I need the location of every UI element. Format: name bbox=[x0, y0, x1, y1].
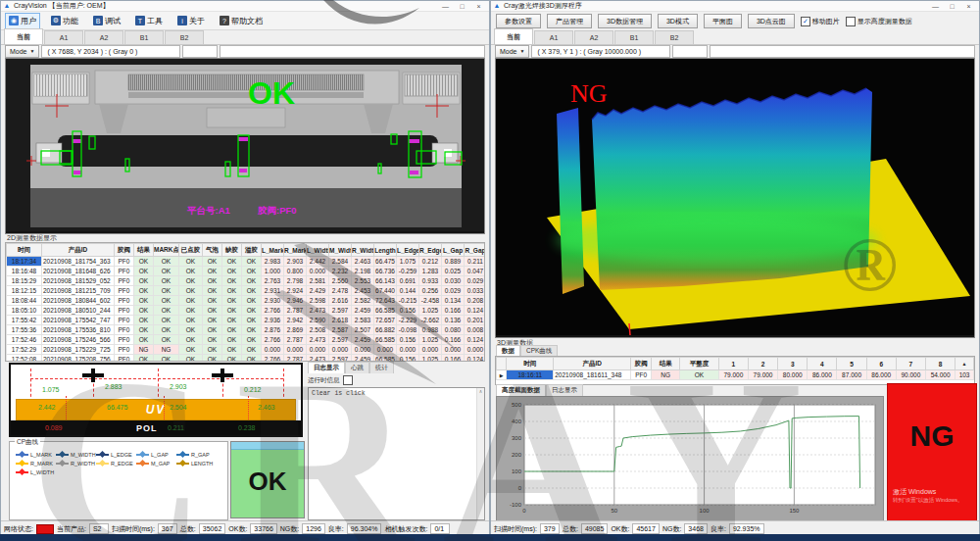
cell-value: 2.560 bbox=[329, 276, 352, 286]
cell-value: 0.124 bbox=[465, 335, 486, 345]
legend-marker bbox=[96, 454, 109, 456]
menu-item-关于[interactable]: i关于 bbox=[173, 13, 209, 29]
参数设置-button[interactable]: 参数设置 bbox=[496, 14, 541, 28]
cell-value: 1.283 bbox=[419, 267, 442, 276]
tab-stats[interactable]: 统计 bbox=[369, 362, 394, 373]
right-window-title: Cray激光焊接3D测厚程序 bbox=[504, 1, 582, 11]
cell-valve: PF0 bbox=[115, 306, 134, 316]
mode-dropdown[interactable]: Mode▼ bbox=[495, 45, 529, 58]
ok-result-overlay: OK bbox=[248, 75, 295, 111]
height-profile-chart[interactable]: -1000100200300400500050100150 bbox=[496, 396, 884, 523]
table-row[interactable]: 18:16:4820210908_181648_626PF0OKOKOKOKOK… bbox=[7, 267, 486, 276]
cell-value: 0.166 bbox=[442, 355, 465, 363]
cell-value: 80.000 bbox=[778, 370, 808, 380]
status-value: 33766 bbox=[250, 523, 276, 534]
log-scrollbar[interactable]: ∧ bbox=[476, 388, 484, 519]
平面图-button[interactable]: 平面图 bbox=[704, 14, 742, 28]
tab-当前[interactable]: 当前 bbox=[494, 28, 533, 44]
tab-B1[interactable]: B1 bbox=[124, 30, 164, 44]
tab-A1[interactable]: A1 bbox=[44, 30, 83, 44]
cell-value: 0.156 bbox=[397, 355, 419, 363]
result-box-header bbox=[231, 442, 304, 450]
table-row[interactable]: 18:05:1020210908_180510_244PF0OKOKOKOKOK… bbox=[7, 306, 486, 316]
table-row[interactable]: 17:52:0820210908_175208_756PF0OKOKOKOKOK… bbox=[7, 355, 486, 363]
table-row[interactable]: 17:52:4620210908_175246_566PF0OKOKOKOKOK… bbox=[7, 335, 486, 345]
cell-status: OK bbox=[179, 345, 203, 355]
table-row[interactable]: 18:15:2920210908_181529_052PF0OKOKOKOKOK… bbox=[7, 276, 486, 286]
menu-item-工具[interactable]: T工具 bbox=[131, 13, 167, 29]
tab-A1[interactable]: A1 bbox=[534, 30, 573, 44]
2d-measure-table[interactable]: 时间产品ID胶阀结果MARK点已点胶气泡缺胶溢胶L_MarkR_MarkL_Wi… bbox=[5, 242, 485, 362]
3d-measure-table[interactable]: 时间产品ID胶阀结果平整度12345678▲▶18:16:1120210908_… bbox=[495, 356, 975, 385]
menu-item-功能[interactable]: ⚙功能 bbox=[47, 13, 82, 29]
dim-r-mark: 0.212 bbox=[244, 386, 262, 393]
checkbox-显示高度测量数据[interactable]: 显示高度测量数据 bbox=[846, 17, 912, 26]
menu-item-调试[interactable]: B调试 bbox=[89, 13, 124, 29]
table-row[interactable]: 17:55:3620210908_175536_810PF0OKOKOKOKOK… bbox=[7, 325, 486, 335]
height-map-3d-view[interactable]: NG bbox=[495, 58, 975, 338]
tab-B2[interactable]: B2 bbox=[165, 30, 204, 44]
legend-marker bbox=[56, 454, 69, 456]
close-icon[interactable]: × bbox=[470, 3, 487, 10]
3D数据管理-button[interactable]: 3D数据管理 bbox=[598, 14, 652, 28]
table-row[interactable]: ▶18:16:1120210908_181611_348PF0NGOK79.00… bbox=[497, 370, 974, 380]
table-row[interactable]: 17:52:2920210908_175229_725PF0NGNGOKOKOK… bbox=[7, 345, 486, 355]
cell-value: 2.616 bbox=[329, 296, 352, 306]
platform-caption: 平台号:A1 bbox=[186, 205, 231, 216]
table-row[interactable]: 18:12:1520210908_181215_709PF0OKOKOKOKOK… bbox=[7, 286, 486, 296]
menu-item-label: 帮助文档 bbox=[231, 16, 263, 26]
cell-status: OK bbox=[203, 335, 222, 345]
svg-text:0: 0 bbox=[518, 485, 522, 491]
legend-label: R_EDGE bbox=[111, 461, 133, 467]
mode-dropdown[interactable]: Mode▼ bbox=[5, 45, 39, 58]
status-label: 扫描时间(ms): bbox=[112, 524, 155, 534]
cell-valve: PF0 bbox=[115, 345, 134, 355]
tab-A2[interactable]: A2 bbox=[574, 30, 613, 44]
cell-status: OK bbox=[242, 276, 262, 286]
cell-value: 2.869 bbox=[284, 325, 307, 335]
tab-log[interactable]: 日志显示 bbox=[308, 362, 345, 373]
mode-field bbox=[182, 45, 218, 58]
col-R_Mark: R_Mark bbox=[284, 244, 307, 257]
minimize-icon[interactable]: — bbox=[437, 3, 454, 10]
legend-label: M_WIDTH bbox=[71, 452, 96, 458]
col-胶阀: 胶阀 bbox=[115, 244, 134, 257]
table-row[interactable]: 18:17:3420210908_181754_363PF0OKOKOKOKOK… bbox=[7, 257, 486, 267]
maximize-icon[interactable]: □ bbox=[944, 3, 960, 10]
minimize-icon[interactable]: — bbox=[927, 3, 944, 10]
cell-time: 18:15:29 bbox=[7, 276, 42, 286]
tab-当前[interactable]: 当前 bbox=[4, 28, 43, 44]
maximize-icon[interactable]: □ bbox=[454, 3, 470, 10]
cell-value: 0.211 bbox=[465, 257, 486, 267]
table-row[interactable]: 18:08:4420210908_180844_602PF0OKOKOKOKOK… bbox=[7, 296, 486, 306]
camera-image-view[interactable]: OK 平台号:A1 胶阀:PF0 bbox=[5, 58, 485, 234]
runtime-info-checkbox[interactable] bbox=[343, 375, 353, 385]
cell-value: 0.256 bbox=[419, 286, 442, 296]
legend-label: L_EDGE bbox=[111, 452, 132, 458]
menu-item-帮助文档[interactable]: ?帮助文档 bbox=[216, 13, 267, 29]
col-结果: 结果 bbox=[134, 244, 154, 257]
status-label: OK数: bbox=[611, 524, 629, 534]
cell-status: OK bbox=[222, 355, 242, 363]
menu-item-用户[interactable]: ◉用户 bbox=[5, 13, 40, 29]
cell-value-partial: 103 bbox=[956, 370, 974, 380]
cell-value: 66.585 bbox=[374, 335, 397, 345]
cell-value: 2.931 bbox=[262, 286, 284, 296]
tab-B1[interactable]: B1 bbox=[614, 30, 654, 44]
tab-heartbeat[interactable]: 心跳 bbox=[345, 362, 369, 373]
产品管理-button[interactable]: 产品管理 bbox=[547, 14, 592, 28]
col-平整度: 平整度 bbox=[680, 358, 719, 370]
tab-height-profile[interactable]: 高度截面数据 bbox=[496, 384, 546, 396]
cell-status: OK bbox=[242, 296, 262, 306]
log-textarea[interactable]: Clear is click ∧ bbox=[308, 387, 485, 520]
tab-A2[interactable]: A2 bbox=[84, 30, 123, 44]
3D模式-button[interactable]: 3D模式 bbox=[658, 14, 698, 28]
cell-value: 2.442 bbox=[307, 257, 329, 267]
cell-status: OK bbox=[222, 276, 242, 286]
checkbox-移动图片[interactable]: ✓移动图片 bbox=[801, 17, 840, 26]
table-row[interactable]: 17:55:4220210908_175542_747PF0OKOKOKOKOK… bbox=[7, 316, 486, 325]
close-icon[interactable]: × bbox=[960, 3, 977, 10]
3D点云图-button[interactable]: 3D点云图 bbox=[748, 14, 795, 28]
tab-B2[interactable]: B2 bbox=[655, 30, 694, 44]
tab-log[interactable]: 日志显示 bbox=[546, 384, 583, 396]
